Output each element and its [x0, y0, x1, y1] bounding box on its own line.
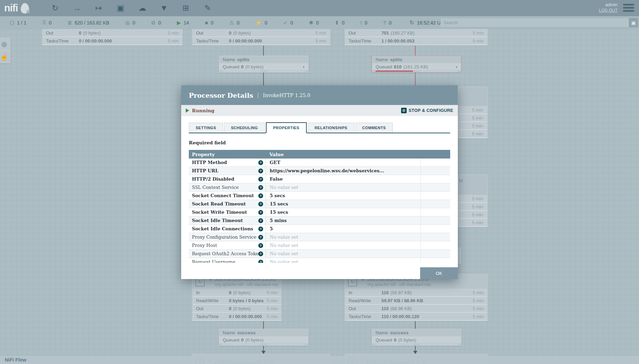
connection-label-splits-right[interactable]: Namesplits Queued610(161.25 KB)◑	[372, 56, 461, 73]
global-menu-icon[interactable]	[623, 4, 634, 13]
search-input[interactable]	[440, 18, 629, 27]
processor-icon[interactable]: ↻	[49, 2, 62, 15]
table-row[interactable]: Request OAuth2 Access Token Provider?No …	[189, 250, 450, 258]
processor-type-version: InvokeHTTP 1.25.0	[263, 93, 310, 98]
stat-row: Out701(185.27 KB)5 min	[345, 29, 487, 37]
help-icon[interactable]: ?	[258, 177, 263, 182]
help-icon[interactable]: ?	[258, 243, 263, 248]
value-column-header: Value	[266, 152, 450, 157]
ok-button[interactable]: OK	[420, 267, 458, 279]
table-row[interactable]: Socket Read Timeout?15 secs	[189, 200, 450, 208]
help-icon[interactable]: ?	[258, 160, 263, 165]
connection-label-success-left[interactable]: Namesuccess Queued0(0 bytes)	[219, 329, 308, 346]
breadcrumb[interactable]: NiFi Flow	[5, 357, 26, 363]
label-icon[interactable]: ✎	[202, 2, 214, 15]
connection-label-success-right[interactable]: Namesuccess Queued0(0 bytes)	[372, 329, 461, 346]
help-icon[interactable]: ?	[258, 193, 263, 198]
connection-label-splits-left[interactable]: Namesplits Queued0(0 bytes)◑	[219, 56, 308, 73]
processor-top-left[interactable]: Out0(0 bytes)5 min Tasks/Time0 / 00:00:0…	[42, 29, 183, 45]
processor-bundle: org.apache.nifi - nifi-standard-nar	[367, 282, 431, 287]
table-row[interactable]: Socket Idle Connections?5	[189, 225, 450, 233]
required-field-note: Required field	[189, 140, 450, 145]
fit-view-button[interactable]: ◎	[0, 38, 10, 50]
table-row[interactable]: Proxy Host?No value set	[189, 241, 450, 250]
backpressure-bars	[372, 70, 461, 72]
stopped-icon: ■	[205, 20, 208, 26]
connection-line-alert	[415, 72, 416, 87]
tab-scheduling[interactable]: SCHEDULING	[224, 123, 265, 133]
panel-toggle-icon[interactable]: ▣	[629, 18, 638, 27]
processor-partial-right-1[interactable]: 5 min 5 min 5 min 5 min	[458, 87, 488, 138]
connection-line	[263, 46, 264, 56]
status-locally-modified: ✱0	[309, 20, 319, 26]
status-locally-modified-and-stale: !0	[360, 20, 367, 26]
tab-settings[interactable]: SETTINGS	[189, 123, 223, 133]
help-icon[interactable]: ?	[258, 185, 263, 190]
running-status-icon	[186, 108, 189, 113]
status-stale: ⬆0	[335, 20, 344, 26]
nifi-drop-icon	[21, 3, 29, 13]
pan-button[interactable]: ☝	[0, 50, 10, 63]
stat-row: Tasks/Time0 / 00:00:00.0005 min	[43, 37, 182, 45]
stop-and-configure-button[interactable]: ⚙ STOP & CONFIGURE	[401, 108, 453, 113]
table-row[interactable]: Socket Idle Timeout?5 mins	[189, 217, 450, 225]
status-cluster: ⬡1 / 1	[10, 20, 26, 26]
property-column-header: Property	[189, 152, 266, 157]
help-icon[interactable]: ?	[258, 169, 263, 173]
table-row[interactable]: HTTP/2 Disabled?False	[189, 175, 450, 183]
processor-jolt-left[interactable]: ↻ ▶ JoltTransformJSON 1.25.0org.apache.n…	[192, 274, 281, 321]
processor-partial-right-2[interactable]: ta 5 min 5 min 5 min 5 min	[458, 174, 488, 227]
remote-process-group-icon[interactable]: ☁	[136, 2, 149, 15]
processor-top-right[interactable]: Out701(185.27 KB)5 min Tasks/Time1 / 00:…	[345, 29, 488, 45]
component-palette: ↻ → ↦ ▣ ☁ ▼ ⊞ ✎	[49, 2, 214, 15]
title-separator: |	[257, 92, 259, 98]
nifi-app: nifi ↻ → ↦ ▣ ☁ ▼ ⊞ ✎ admin LOG OUT ⬡1 / …	[0, 0, 639, 364]
nifi-logo-text: nifi	[4, 2, 18, 14]
help-icon[interactable]: ?	[258, 210, 263, 215]
stat-row: Tasks/Time1 / 00:00:00.0535 min	[345, 37, 487, 45]
tab-properties[interactable]: PROPERTIES	[266, 122, 307, 133]
table-row[interactable]: Request Username?No value set	[189, 258, 450, 263]
table-row[interactable]: HTTP Method?GET	[189, 159, 450, 167]
table-row[interactable]: Proxy Configuration Service?No value set	[189, 233, 450, 241]
dialog-body: SETTINGS SCHEDULING PROPERTIES RELATIONS…	[181, 116, 458, 265]
dialog-footer: OK	[181, 265, 458, 279]
processor-title-fragment: ta	[458, 175, 487, 183]
processor-title-area: ta	[458, 175, 487, 195]
connection-line-alert	[415, 46, 416, 56]
help-icon[interactable]: ?	[258, 251, 263, 256]
table-row[interactable]: Socket Connect Timeout?5 secs	[189, 192, 450, 200]
status-up-to-date: ✓0	[283, 20, 293, 26]
table-row[interactable]: Socket Write Timeout?15 secs	[189, 208, 450, 217]
status-sync-failure: ?0	[383, 20, 391, 26]
not-transmitting-icon: ⊘	[151, 20, 156, 26]
table-row[interactable]: HTTP URL?https://www.pegelonline.wsv.de/…	[189, 167, 450, 175]
connection-arrow-icon	[261, 351, 266, 354]
processor-top-middle[interactable]: Out0(0 bytes)5 min Tasks/Time0 / 00:00:0…	[192, 29, 330, 45]
sync-failure-icon: ?	[383, 20, 386, 26]
help-icon[interactable]: ?	[258, 260, 263, 263]
tab-comments[interactable]: COMMENTS	[355, 123, 393, 133]
help-icon[interactable]: ?	[258, 235, 263, 240]
processor-details-dialog: Processor Details | InvokeHTTP 1.25.0 Ru…	[181, 85, 458, 279]
status-invalid: ⚠0	[229, 20, 239, 26]
output-port-icon[interactable]: ↦	[93, 2, 105, 15]
help-icon[interactable]: ?	[258, 227, 263, 231]
process-group-icon[interactable]: ▣	[114, 2, 127, 15]
funnel-icon[interactable]: ▼	[158, 2, 170, 15]
disabled-icon: ⚡	[256, 20, 262, 26]
processor-bundle: org.apache.nifi - nifi-standard-nar	[215, 282, 278, 287]
logout-link[interactable]: LOG OUT	[599, 8, 618, 13]
template-icon[interactable]: ⊞	[180, 2, 192, 15]
tab-relationships[interactable]: RELATIONSHIPS	[308, 123, 354, 133]
help-icon[interactable]: ?	[258, 202, 263, 207]
help-icon[interactable]: ?	[258, 218, 263, 223]
stale-icon: ⬆	[335, 20, 339, 26]
input-port-icon[interactable]: →	[71, 2, 83, 15]
load-balance-icon: ◑	[302, 64, 305, 69]
refresh-icon[interactable]: ↻	[409, 19, 414, 26]
processor-jolt-right[interactable]: ↻ ▶ JoltTransformJSON 1.25.0org.apache.n…	[345, 274, 488, 321]
stat-row: Out0(0 bytes)5 min	[43, 29, 182, 37]
stat-row: Out0(0 bytes)5 min	[193, 29, 330, 37]
table-row[interactable]: SSL Context Service?No value set	[189, 183, 450, 192]
